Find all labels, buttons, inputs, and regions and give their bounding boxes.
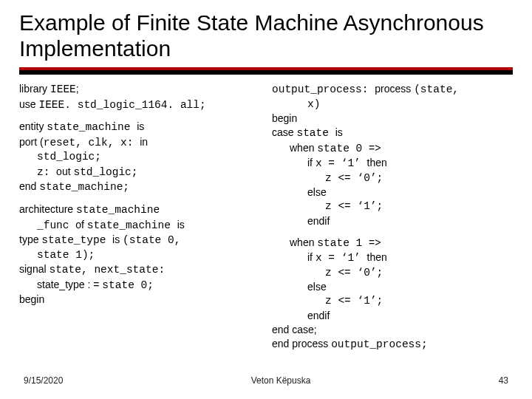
slide-body: library IEEE; use IEEE. std_logic_1164. … (19, 82, 513, 359)
code-line: z <= ‘0’; (272, 171, 513, 186)
code-line: endif (272, 214, 513, 228)
code-line: else (272, 185, 513, 200)
code-line: z: out std_logic; (19, 165, 260, 180)
code-line: z <= ‘1’; (272, 200, 513, 214)
code-line: entity state_machine is (19, 120, 260, 135)
code-line: architecture state_machine (19, 202, 260, 218)
code-line: state_type : = state 0; (19, 278, 260, 293)
code-right-column: output_process: process (state, x) begin… (272, 82, 513, 359)
title-rule (19, 67, 513, 75)
code-line: begin (19, 293, 260, 307)
code-left-column: library IEEE; use IEEE. std_logic_1164. … (19, 82, 260, 359)
code-line: end state_machine; (19, 180, 260, 195)
slide-footer: 9/15/2020 Veton Këpuska 43 (0, 375, 532, 386)
code-line: z <= ‘0’; (272, 266, 513, 281)
code-line: when state 1 => (272, 236, 513, 251)
code-line: type state_type is (state 0, (19, 233, 260, 248)
code-line: port (reset, clk, x: in (19, 135, 260, 151)
code-line: signal state, next_state: (19, 262, 260, 278)
code-line: output_process: process (state, (272, 82, 513, 98)
footer-author: Veton Këpuska (251, 375, 311, 386)
code-line: state 1); (19, 248, 260, 263)
slide-title: Example of Finite State Machine Asynchro… (19, 10, 513, 61)
code-line: x) (272, 98, 513, 112)
code-line: use IEEE. std_logic_1164. all; (19, 98, 260, 113)
code-line: std_logic; (19, 150, 260, 165)
code-line: when state 0 => (272, 141, 513, 157)
code-line: end case; (272, 323, 513, 337)
code-line: case state is (272, 126, 513, 141)
code-line: library IEEE; (19, 82, 260, 98)
footer-page-number: 43 (499, 375, 508, 386)
code-line: z <= ‘1’; (272, 294, 513, 309)
code-line: begin (272, 112, 513, 126)
code-line: _func of state_machine is (19, 218, 260, 233)
footer-date: 9/15/2020 (24, 375, 63, 386)
code-line: endif (272, 309, 513, 323)
code-line: end process output_process; (272, 337, 513, 352)
code-line: if x = ‘1’ then (272, 250, 513, 266)
code-line: if x = ‘1’ then (272, 156, 513, 171)
code-line: else (272, 280, 513, 294)
